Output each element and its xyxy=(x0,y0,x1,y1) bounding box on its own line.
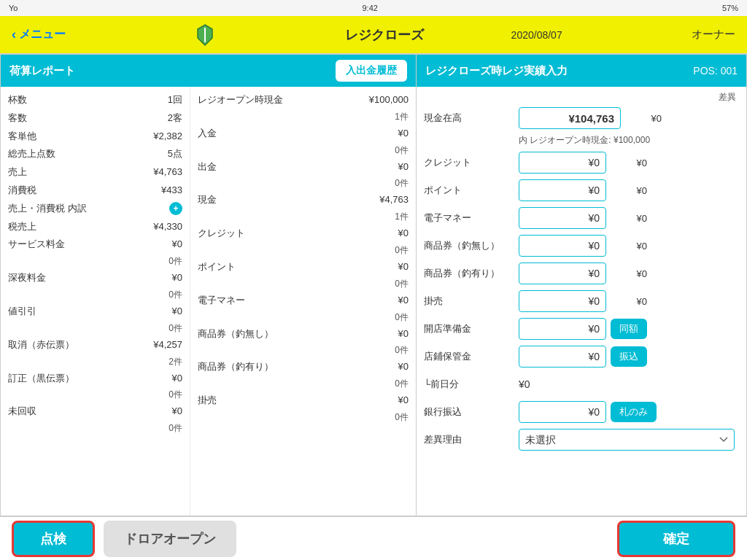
list-item: 税売上 ¥4,330 xyxy=(8,219,182,235)
credit-input[interactable] xyxy=(519,152,606,174)
sub-row: 0件 xyxy=(198,311,409,324)
right-header: レジクローズ時レジ実績入力 POS: 001 xyxy=(417,55,746,87)
right-column: レジオープン時現金 ¥100,000 1件 入金 ¥0 0件 出金 ¥0 0件 … xyxy=(190,87,416,516)
form-row-opening-fund: 開店準備金 同額 xyxy=(424,317,739,341)
tenken-button[interactable]: 点検 xyxy=(12,521,95,557)
sub-row: 2件 xyxy=(8,356,182,368)
form-row-emoney: 電子マネー ¥0 xyxy=(424,206,739,230)
list-item: 客数 2客 xyxy=(8,111,182,126)
voucher-with-change-input[interactable] xyxy=(519,262,606,284)
sub-row: 0件 xyxy=(198,344,409,357)
diff-header: 差異 xyxy=(424,91,739,104)
left-header: 荷算レポート 入出金履歴 xyxy=(1,55,416,87)
sub-row: 1件 xyxy=(198,111,409,123)
form-row-voucher2: 商品券（釣有り） ¥0 xyxy=(424,262,739,285)
list-item: 取消（赤伝票） ¥4,257 xyxy=(8,338,182,353)
carrier: Yo xyxy=(9,4,18,12)
footer-left-buttons: 点検 ドロアオープン xyxy=(12,521,236,557)
header: ‹ メニュー レジクローズ 2020/08/07 オーナー xyxy=(0,16,747,54)
left-panel: 荷算レポート 入出金履歴 杯数 1回 客数 2客 客単他 ¥2,382 xyxy=(1,55,417,516)
sub-cash-label: 内 レジオープン時現金: ¥100,000 xyxy=(424,134,739,147)
emoney-input[interactable] xyxy=(519,207,606,229)
credit-sale-input[interactable] xyxy=(519,290,606,312)
list-item: 売上 ¥4,763 xyxy=(8,165,182,180)
bills-only-button[interactable]: 札のみ xyxy=(611,402,657,422)
list-item: クレジット ¥0 xyxy=(198,226,409,241)
battery: 57% xyxy=(722,4,738,12)
door-open-button[interactable]: ドロアオープン xyxy=(104,521,236,557)
sub-row: 0件 xyxy=(198,378,409,390)
header-center xyxy=(195,23,215,47)
form-row-credit: クレジット ¥0 xyxy=(424,151,739,174)
list-item: 電子マネー ¥0 xyxy=(198,293,409,308)
main-container: 荷算レポート 入出金履歴 杯数 1回 客数 2客 客単他 ¥2,382 xyxy=(0,54,747,516)
form-row-cash: 現金在高 ¥0 xyxy=(424,106,739,130)
store-fund-input[interactable] xyxy=(519,346,606,368)
same-amount-button[interactable]: 同額 xyxy=(611,319,647,339)
list-item: ポイント ¥0 xyxy=(198,260,409,275)
list-item: 総売上点数 5点 xyxy=(8,147,182,162)
right-content: 差異 現金在高 ¥0 内 レジオープン時現金: ¥100,000 クレジット ¥… xyxy=(417,87,746,516)
list-item: 深夜料金 ¥0 xyxy=(8,271,182,286)
menu-button[interactable]: ‹ メニュー xyxy=(12,27,66,42)
app-logo-icon xyxy=(195,23,215,47)
list-item: 杯数 1回 xyxy=(8,93,182,108)
form-row-bank: 銀行振込 札のみ xyxy=(424,400,739,424)
page-title: レジクローズ xyxy=(345,26,424,44)
list-item: 客単他 ¥2,382 xyxy=(8,129,182,144)
left-content: 杯数 1回 客数 2客 客単他 ¥2,382 総売上点数 5点 売上 ¥4, xyxy=(1,87,416,516)
sub-row: 0件 xyxy=(198,278,409,290)
form-row-point: ポイント ¥0 xyxy=(424,179,739,202)
sub-row: 0件 xyxy=(8,389,182,401)
list-item: 訂正（黒伝票） ¥0 xyxy=(8,371,182,386)
opening-fund-input[interactable] xyxy=(519,318,606,340)
owner-label: オーナー xyxy=(692,28,735,42)
form-row-store-fund: 店鋪保管金 振込 xyxy=(424,345,739,368)
bank-transfer-input[interactable] xyxy=(519,401,606,423)
list-item: 入金 ¥0 xyxy=(198,126,409,141)
list-item: 売上・消費税 内訳 + xyxy=(8,201,182,217)
list-item: 消費税 ¥433 xyxy=(8,183,182,198)
list-item: 値引引 ¥0 xyxy=(8,304,182,319)
sub-row: 0件 xyxy=(198,244,409,257)
status-bar: Yo 9:42 57% xyxy=(0,0,747,16)
info-icon[interactable]: + xyxy=(169,202,182,215)
list-item: レジオープン時現金 ¥100,000 xyxy=(198,93,409,108)
list-item: 商品券（釣無し） ¥0 xyxy=(198,327,409,342)
sub-row: 1件 xyxy=(198,211,409,223)
sub-row: 0件 xyxy=(8,422,182,435)
sub-row: 0件 xyxy=(8,255,182,268)
menu-label: メニュー xyxy=(19,27,66,42)
sub-row: 0件 xyxy=(8,289,182,301)
register-title: レジクローズ時レジ実績入力 xyxy=(425,64,568,78)
report-title: 荷算レポート xyxy=(9,64,75,78)
sub-row: 0件 xyxy=(198,411,409,424)
list-item: 現金 ¥4,763 xyxy=(198,192,409,208)
form-row-voucher1: 商品券（釣無し） ¥0 xyxy=(424,234,739,257)
form-row-credit-sale: 掛売 ¥0 xyxy=(424,289,739,313)
list-item: 掛売 ¥0 xyxy=(198,393,409,408)
back-chevron-icon: ‹ xyxy=(12,27,16,42)
right-panel: レジクローズ時レジ実績入力 POS: 001 差異 現金在高 ¥0 内 レジオー… xyxy=(417,55,746,516)
confirm-button[interactable]: 確定 xyxy=(617,521,735,557)
list-item: 未回収 ¥0 xyxy=(8,404,182,419)
list-item: サービス料金 ¥0 xyxy=(8,237,182,252)
transfer-button[interactable]: 振込 xyxy=(611,346,647,367)
cash-balance-input[interactable] xyxy=(519,107,621,129)
form-row-diff-reason: 差異理由 未選択 xyxy=(424,428,739,451)
pos-id: POS: 001 xyxy=(693,65,738,77)
list-item: 出金 ¥0 xyxy=(198,160,409,175)
form-row-prev-day: └前日分 ¥0 xyxy=(424,373,739,396)
sub-row: 0件 xyxy=(198,144,409,157)
sub-row: 0件 xyxy=(198,177,409,190)
history-button[interactable]: 入出金履歴 xyxy=(336,60,407,82)
footer: 点検 ドロアオープン 確定 xyxy=(0,516,747,560)
left-column: 杯数 1回 客数 2客 客単他 ¥2,382 総売上点数 5点 売上 ¥4, xyxy=(1,87,190,516)
diff-reason-select[interactable]: 未選択 xyxy=(519,429,735,451)
sub-row: 0件 xyxy=(8,322,182,335)
time: 9:42 xyxy=(363,4,378,12)
list-item: 商品券（釣有り） ¥0 xyxy=(198,359,409,375)
point-input[interactable] xyxy=(519,179,606,201)
header-date: 2020/08/07 xyxy=(511,29,562,41)
voucher-no-change-input[interactable] xyxy=(519,235,606,257)
